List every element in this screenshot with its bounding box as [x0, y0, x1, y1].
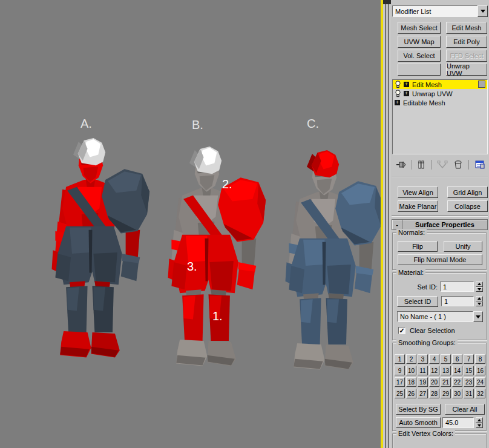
- expand-plus-icon[interactable]: +: [404, 82, 409, 87]
- stack-item-editable-mesh[interactable]: +Editable Mesh: [393, 98, 487, 107]
- smoothing-group-32-button[interactable]: 32: [475, 389, 485, 398]
- smoothing-group-29-button[interactable]: 29: [441, 389, 451, 398]
- empty-modifier-button[interactable]: [398, 64, 441, 76]
- edit-poly-button[interactable]: Edit Poly: [446, 36, 487, 48]
- expand-plus-icon[interactable]: +: [395, 100, 400, 105]
- smoothing-group-17-button[interactable]: 17: [395, 377, 405, 387]
- smoothing-group-9-button[interactable]: 9: [395, 366, 405, 375]
- flip-button[interactable]: Flip: [398, 241, 438, 252]
- panel-splitter[interactable]: [383, 0, 391, 448]
- smoothing-group-30-button[interactable]: 30: [452, 389, 462, 398]
- smoothing-group-27-button[interactable]: 27: [418, 389, 428, 398]
- smoothing-group-14-button[interactable]: 14: [452, 366, 462, 375]
- modifier-list-dropdown-arrow[interactable]: [478, 5, 488, 17]
- smoothing-group-28-button[interactable]: 28: [429, 389, 439, 398]
- smoothing-group-3-button[interactable]: 3: [418, 354, 428, 364]
- auto-smooth-field[interactable]: 45.0: [442, 417, 474, 428]
- smoothing-group-2-button[interactable]: 2: [406, 354, 416, 364]
- smoothing-group-20-button[interactable]: 20: [429, 377, 439, 387]
- smoothing-group-31-button[interactable]: 31: [464, 389, 474, 398]
- smoothing-group-19-button[interactable]: 19: [418, 377, 428, 387]
- spinner-up-icon[interactable]: [476, 296, 483, 301]
- select-id-value: 1: [444, 298, 448, 305]
- select-by-sg-button[interactable]: Select By SG: [396, 404, 441, 415]
- panel-divider: [392, 216, 488, 217]
- make-planar-button[interactable]: Make Planar: [398, 200, 438, 212]
- stack-item-label: Edit Mesh: [412, 81, 442, 88]
- expand-plus-icon[interactable]: +: [404, 91, 409, 96]
- stack-item-swatch[interactable]: [478, 81, 485, 88]
- clear-selection-checkbox[interactable]: ✓: [398, 327, 405, 334]
- smoothing-group-21-button[interactable]: 21: [441, 377, 451, 387]
- stack-item-edit-mesh[interactable]: +Edit Mesh: [393, 80, 487, 89]
- material-name-dropdown-arrow[interactable]: [473, 311, 483, 322]
- toolbar-separator: [431, 160, 432, 170]
- clear-all-button[interactable]: Clear All: [445, 404, 485, 415]
- smoothing-group-24-button[interactable]: 24: [475, 377, 485, 387]
- clear-selection-row: ✓ Clear Selection: [398, 327, 455, 334]
- flip-normal-mode-button[interactable]: Flip Normal Mode: [398, 254, 482, 265]
- stack-item-unwrap-uvw[interactable]: +Unwrap UVW: [393, 89, 487, 98]
- viewport-3d[interactable]: A.B.C.2.3.1.: [0, 0, 381, 448]
- smoothing-group-18-button[interactable]: 18: [406, 377, 416, 387]
- spinner-up-icon[interactable]: [476, 282, 483, 287]
- smoothing-group-1-button[interactable]: 1: [395, 354, 405, 364]
- set-id-spinner[interactable]: [476, 282, 483, 292]
- visibility-bulb-icon[interactable]: [395, 81, 401, 88]
- toolbar-separator: [412, 160, 412, 170]
- smoothing-group-8-button[interactable]: 8: [475, 354, 485, 364]
- auto-smooth-button[interactable]: Auto Smooth: [396, 417, 441, 428]
- smoothing-group-22-button[interactable]: 22: [452, 377, 462, 387]
- smoothing-group-6-button[interactable]: 6: [452, 354, 462, 364]
- select-id-button[interactable]: Select ID: [397, 296, 438, 307]
- select-id-spinner[interactable]: [476, 296, 483, 306]
- modifier-stack-list[interactable]: +Edit Mesh+Unwrap UVW+Editable Mesh: [392, 79, 488, 154]
- view-align-button[interactable]: View Align: [398, 186, 438, 198]
- configure-modifier-sets-icon[interactable]: [474, 160, 485, 170]
- unify-button[interactable]: Unify: [444, 241, 482, 252]
- smoothing-group-26-button[interactable]: 26: [406, 389, 416, 398]
- pin-stack-icon[interactable]: [396, 160, 407, 170]
- smoothing-group-13-button[interactable]: 13: [441, 366, 451, 375]
- ffd-select-button[interactable]: FFD Select: [446, 50, 487, 62]
- smoothing-group-11-button[interactable]: 11: [418, 366, 428, 375]
- vol-select-button[interactable]: Vol. Select: [398, 50, 441, 62]
- make-unique-icon[interactable]: [436, 160, 448, 170]
- select-id-field[interactable]: 1: [441, 296, 474, 306]
- edit-mesh-button[interactable]: Edit Mesh: [446, 22, 487, 34]
- smoothing-group-12-button[interactable]: 12: [429, 366, 439, 375]
- modifier-list-dropdown[interactable]: Modifier List: [392, 5, 478, 17]
- character-model-b[interactable]: [168, 147, 266, 366]
- rollout-title: Surface Properties: [402, 220, 487, 229]
- character-model-a[interactable]: [51, 138, 149, 357]
- smoothing-group-10-button[interactable]: 10: [406, 366, 416, 375]
- smoothing-group-5-button[interactable]: 5: [441, 354, 451, 364]
- material-name-dropdown[interactable]: No Name - ( 1 ): [397, 311, 473, 322]
- spinner-down-icon[interactable]: [476, 287, 483, 292]
- smoothing-group-16-button[interactable]: 16: [475, 366, 485, 375]
- unwrap-uvw-button[interactable]: Unwrap UVW: [446, 64, 487, 76]
- auto-smooth-spinner[interactable]: [476, 417, 483, 428]
- rollout-collapse-box[interactable]: -: [392, 220, 402, 229]
- collapse-button[interactable]: Collapse: [447, 200, 488, 212]
- smoothing-group-15-button[interactable]: 15: [464, 366, 474, 375]
- character-model-c[interactable]: [285, 150, 381, 369]
- spinner-up-icon[interactable]: [476, 417, 483, 423]
- spinner-down-icon[interactable]: [476, 301, 483, 307]
- mesh-select-button[interactable]: Mesh Select: [398, 22, 441, 34]
- smoothing-group-25-button[interactable]: 25: [395, 389, 405, 398]
- show-end-result-icon[interactable]: [417, 160, 425, 170]
- smoothing-groups-group: Smoothing Groups: 1234567891011121314151…: [392, 343, 487, 431]
- set-id-field[interactable]: 1: [440, 282, 474, 292]
- smoothing-group-4-button[interactable]: 4: [429, 354, 439, 364]
- smoothing-group-7-button[interactable]: 7: [464, 354, 474, 364]
- visibility-bulb-icon[interactable]: [395, 90, 401, 97]
- normals-legend: Normals:: [396, 229, 427, 237]
- spinner-down-icon[interactable]: [476, 423, 483, 428]
- smoothing-group-23-button[interactable]: 23: [464, 377, 474, 387]
- uvw-map-button[interactable]: UVW Map: [398, 36, 441, 48]
- remove-modifier-icon[interactable]: [454, 160, 462, 170]
- grid-align-button[interactable]: Grid Align: [447, 186, 488, 198]
- viewport-annotation-b: B.: [192, 119, 203, 131]
- chevron-down-icon: [476, 315, 481, 318]
